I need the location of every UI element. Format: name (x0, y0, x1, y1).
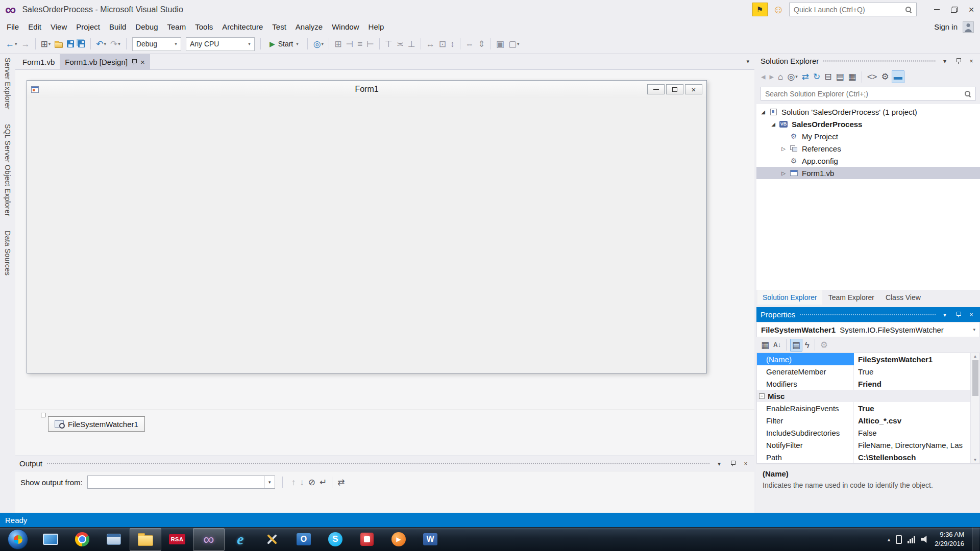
component-tray[interactable]: FileSystemWatcher1 (15, 410, 754, 456)
vertical-spacing-button[interactable]: ⇕ (477, 38, 487, 50)
align-tops-button[interactable]: ⊤ (383, 38, 394, 50)
property-value[interactable]: C:\Stellenbosch (854, 451, 970, 463)
show-desktop-button[interactable] (972, 528, 979, 551)
user-avatar-icon[interactable] (963, 21, 974, 33)
properties-button[interactable]: ▤ (835, 71, 846, 83)
document-tab-form1-vb-design[interactable]: Form1.vb [Design]× (60, 54, 150, 69)
tree-item-solution-salesorderprocess-1-project[interactable]: ◢Solution 'SalesOrderProcess' (1 project… (756, 106, 980, 118)
object-selector[interactable]: FileSystemWatcher1 System.IO.FileSystemW… (756, 322, 980, 337)
menu-analyze[interactable]: Analyze (291, 20, 327, 34)
output-source-select[interactable]: ▾ (87, 475, 275, 489)
designed-form-client-area[interactable] (27, 98, 706, 373)
window-position-chevron-icon[interactable]: ▾ (940, 311, 949, 318)
property-pages-button[interactable]: ⚙ (819, 339, 829, 351)
property-value[interactable]: True (854, 402, 970, 414)
close-panel-icon[interactable]: × (967, 58, 976, 65)
show-hidden-icons-button[interactable]: ▴ (888, 536, 891, 543)
solution-search-input[interactable] (765, 90, 964, 98)
make-same-width-button[interactable]: ↔ (425, 38, 436, 50)
chevron-down-icon[interactable]: ▾ (264, 476, 275, 488)
property-value[interactable]: FileName, DirectoryName, Las (854, 439, 970, 451)
tree-item-form1-vb[interactable]: ▷Form1.vb (756, 167, 980, 179)
media-play-button[interactable]: ▶ (383, 528, 414, 551)
expanded-arrow-icon[interactable]: ◢ (769, 121, 778, 127)
show-all-files-button[interactable]: ▦ (847, 71, 858, 83)
clear-all-button[interactable]: ⊘ (307, 477, 317, 488)
word-button[interactable]: W (414, 528, 446, 551)
chrome-button[interactable] (66, 528, 98, 551)
navigate-backward-button[interactable]: ←▾ (4, 38, 19, 50)
restore-button[interactable] (945, 3, 963, 17)
menu-project[interactable]: Project (71, 20, 105, 34)
minimize-button[interactable] (928, 3, 945, 17)
feedback-smiley-button[interactable]: ☺ (773, 4, 784, 15)
taskbar-clock[interactable]: 9:36 AM 2/29/2016 (935, 530, 966, 548)
properties-window-button[interactable]: ⚙ (879, 71, 890, 83)
make-same-size-button[interactable]: ⊡ (437, 38, 448, 50)
scrollbar[interactable]: ▲ ▼ (970, 353, 979, 463)
preview-selected-items-button[interactable]: ▬ (892, 70, 904, 83)
horizontal-spacing-button[interactable]: ⇔ (464, 38, 476, 50)
quick-launch-input[interactable] (794, 6, 902, 14)
media-player-button[interactable] (35, 528, 66, 551)
collapsed-arrow-icon[interactable]: ▷ (779, 170, 788, 176)
start-button[interactable] (1, 528, 35, 551)
open-file-button[interactable] (53, 39, 64, 49)
menu-window[interactable]: Window (327, 20, 363, 34)
tool-tab-server-explorer[interactable]: Server Explorer (4, 58, 12, 110)
sync-with-active-document-button[interactable]: ↻ (812, 71, 822, 83)
menu-edit[interactable]: Edit (23, 20, 46, 34)
pin-icon[interactable] (953, 58, 963, 64)
scroll-thumb[interactable] (972, 360, 978, 396)
designed-form[interactable]: Form1 × (27, 80, 707, 373)
tree-item-references[interactable]: ▷References (756, 142, 980, 155)
rsa-button[interactable]: RSA (161, 528, 193, 551)
close-button[interactable]: × (963, 3, 980, 17)
categorized-button[interactable]: ▦ (760, 339, 771, 351)
scroll-up-icon[interactable]: ▲ (973, 354, 977, 359)
align-to-grid-button[interactable]: ⊞ (333, 38, 343, 50)
forms-designer-surface[interactable]: Form1 × (15, 69, 754, 410)
menu-debug[interactable]: Debug (131, 20, 162, 34)
bring-to-front-button[interactable]: ▣ (495, 38, 506, 50)
sign-in-link[interactable]: Sign in (934, 22, 958, 31)
property-row-enableraisingevents[interactable]: EnableRaisingEventsTrue (757, 402, 970, 414)
menu-file[interactable]: File (2, 20, 23, 34)
new-project-button[interactable]: ⊞▾ (39, 38, 53, 50)
home-button[interactable]: ⌂ (776, 71, 785, 83)
find-in-files-button[interactable]: ◎▾ (312, 38, 325, 50)
output-header[interactable]: Output ▾ × (15, 456, 754, 471)
skype-button[interactable]: S (320, 528, 351, 551)
tool-tab-data-sources[interactable]: Data Sources (4, 231, 12, 276)
property-value[interactable]: False (854, 427, 970, 439)
menu-help[interactable]: Help (364, 20, 389, 34)
property-row-filter[interactable]: FilterAltico_*.csv (757, 414, 970, 427)
tree-item-my-project[interactable]: ⚙My Project (756, 130, 980, 142)
collapse-all-button[interactable]: ⊟ (823, 71, 833, 83)
align-middles-button[interactable]: ≍ (395, 38, 405, 50)
control-panel-button[interactable] (98, 528, 130, 551)
property-row-notifyfilter[interactable]: NotifyFilterFileName, DirectoryName, Las (757, 439, 970, 451)
tab-list-chevron-icon[interactable]: ▾ (746, 58, 749, 65)
pin-icon[interactable] (953, 311, 963, 318)
collapsed-arrow-icon[interactable]: ▷ (779, 146, 788, 152)
property-value[interactable]: Altico_*.csv (854, 414, 970, 427)
view-code-button[interactable]: <> (866, 71, 879, 83)
menu-build[interactable]: Build (105, 20, 131, 34)
pin-icon[interactable] (728, 460, 737, 467)
save-button[interactable] (65, 39, 76, 49)
window-position-chevron-icon[interactable]: ▾ (715, 460, 724, 467)
property-value[interactable]: True (854, 365, 970, 378)
pending-changes-filter-button[interactable]: ⇄ (800, 71, 811, 83)
close-tab-icon[interactable]: × (140, 58, 145, 66)
red-app-button[interactable] (351, 528, 383, 551)
navigate-forward-button[interactable]: ▸ (768, 71, 776, 83)
solution-configuration-select[interactable]: Debug ▾ (132, 37, 181, 51)
make-same-height-button[interactable]: ↕ (449, 38, 456, 50)
property-row-name[interactable]: (Name)FileSystemWatcher1 (757, 353, 970, 365)
goto-previous-message-button[interactable]: ↑ (290, 477, 298, 488)
navigate-forward-button[interactable]: → (20, 38, 32, 50)
property-row-includesubdirectories[interactable]: IncludeSubdirectoriesFalse (757, 427, 970, 439)
pin-icon[interactable] (132, 59, 136, 65)
expanded-arrow-icon[interactable]: ◢ (758, 109, 768, 115)
